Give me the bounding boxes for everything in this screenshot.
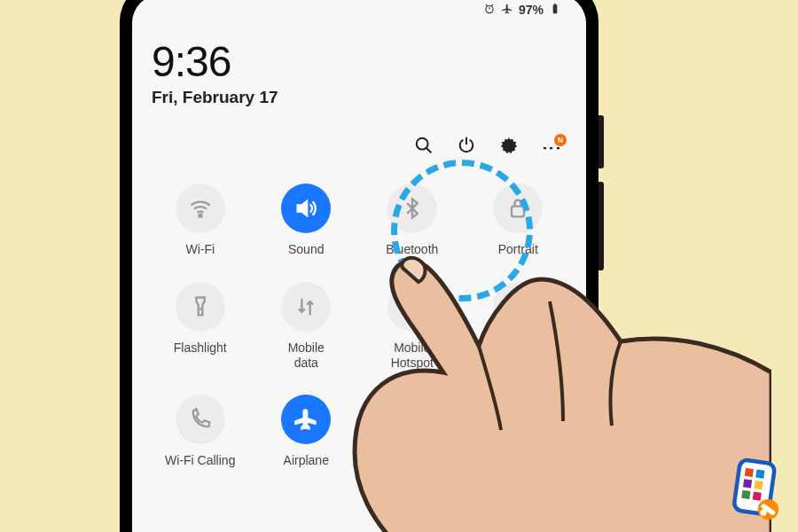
plane-icon: [281, 395, 331, 444]
airplane-mode-icon: [501, 3, 513, 18]
svg-point-0: [486, 5, 493, 12]
svg-rect-4: [553, 4, 558, 13]
tile-label: Bluetooth: [386, 242, 438, 257]
tile-flashlight[interactable]: Flashlight: [152, 282, 249, 371]
tile-bluetooth[interactable]: Bluetooth: [364, 184, 461, 257]
tile-extra[interactable]: [470, 395, 567, 468]
tile-mobile-data[interactable]: Mobile data: [258, 282, 356, 371]
svg-rect-23: [753, 492, 762, 501]
tile-airplane[interactable]: Airplane: [258, 395, 356, 468]
tile-label: Wi-Fi: [185, 242, 215, 257]
status-bar: 97%: [152, 0, 567, 25]
tile-wifi-calling[interactable]: Wi-Fi Calling: [152, 395, 249, 468]
more-icon[interactable]: ⋮ N: [542, 137, 561, 157]
lock-icon: [493, 184, 543, 233]
svg-line-2: [486, 4, 488, 5]
tile-label: Flashlight: [174, 340, 227, 356]
tile-label: Mobile Hotspot: [391, 340, 434, 371]
gear-icon[interactable]: [499, 136, 519, 159]
scan-icon: [493, 282, 543, 332]
svg-rect-21: [754, 481, 763, 489]
power-icon[interactable]: [457, 136, 476, 159]
panel-actions: ⋮ N: [152, 136, 567, 159]
battery-percentage: 97%: [519, 3, 544, 17]
arrows-icon: [281, 282, 331, 332]
phone-icon: [176, 395, 225, 444]
battery-icon: [387, 395, 437, 444]
tile-label: Mobile data: [288, 340, 325, 371]
svg-rect-15: [410, 410, 414, 413]
svg-point-10: [199, 215, 201, 217]
tile-label: Wireles: [391, 453, 433, 468]
tile-label: Airplane: [284, 453, 329, 468]
phone-side-button: [598, 182, 604, 270]
svg-rect-18: [745, 468, 754, 477]
svg-point-26: [760, 510, 766, 516]
notification-badge: N: [554, 134, 567, 146]
svg-rect-11: [512, 207, 524, 217]
tile-label: Portrait: [498, 242, 538, 257]
svg-rect-22: [741, 490, 750, 499]
clock-block: 9:36 Fri, February 17: [152, 37, 567, 107]
clock-time: 9:36: [152, 37, 567, 86]
tile-mobile-hotspot[interactable]: Mobile Hotspot: [364, 282, 461, 371]
svg-point-6: [417, 138, 428, 150]
tile-label: Sound: [288, 242, 324, 257]
svg-line-7: [426, 148, 432, 153]
hotspot-icon: [387, 282, 437, 332]
battery-icon: [549, 3, 561, 18]
flashlight-icon: [176, 282, 225, 332]
blank-icon: [493, 395, 543, 444]
tile-label: Wi-Fi Calling: [165, 453, 235, 468]
notification-shade: 97% 9:36 Fri, February 17 ⋮ N Wi-F: [132, 0, 586, 532]
tile-sound[interactable]: Sound: [258, 184, 356, 257]
watermark-logo: [724, 458, 787, 523]
svg-rect-20: [743, 479, 752, 488]
tile-scan[interactable]: [470, 282, 567, 371]
svg-rect-5: [554, 4, 556, 4]
svg-point-13: [410, 304, 415, 309]
search-icon[interactable]: [414, 136, 434, 159]
bluetooth-icon: [387, 184, 437, 233]
svg-line-3: [491, 4, 493, 5]
quick-settings-grid: Wi-FiSoundBluetoothPortraitFlashlightMob…: [152, 184, 567, 468]
tile-wifi[interactable]: Wi-Fi: [152, 184, 249, 257]
phone-side-button: [598, 115, 604, 168]
wifi-icon: [176, 184, 225, 233]
clock-date: Fri, February 17: [152, 88, 567, 107]
tile-wireless[interactable]: Wireles: [364, 395, 461, 468]
svg-rect-19: [755, 470, 764, 479]
tile-portrait[interactable]: Portrait: [470, 184, 567, 257]
phone-frame: 97% 9:36 Fri, February 17 ⋮ N Wi-F: [120, 0, 598, 532]
alarm-icon: [483, 3, 496, 18]
volume-icon: [281, 184, 331, 233]
